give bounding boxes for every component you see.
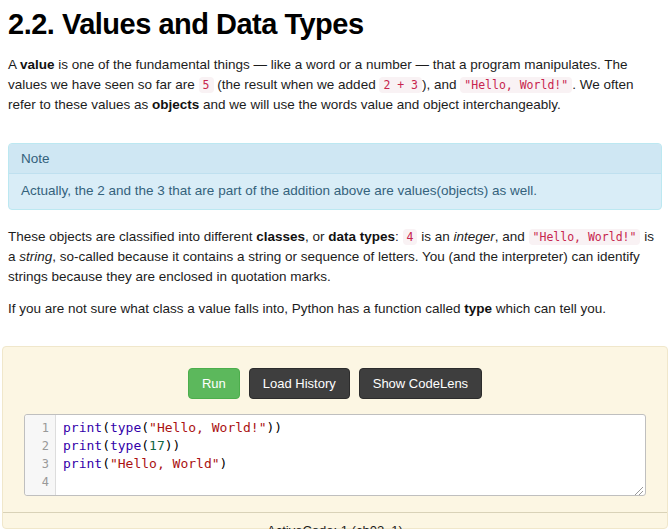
text: , so-called because it contains a string… bbox=[8, 249, 640, 284]
italic-text: integer bbox=[453, 229, 494, 244]
paragraph-classes: These objects are classified into differ… bbox=[8, 227, 662, 287]
text: , and bbox=[495, 229, 529, 244]
page-title: 2.2. Values and Data Types bbox=[8, 8, 662, 41]
code-text: "Hello, World!" bbox=[529, 229, 641, 245]
text: is an bbox=[417, 229, 453, 244]
code-text: "Hello, World!" bbox=[460, 77, 572, 93]
line-number: 4 bbox=[25, 473, 55, 491]
bold-text: objects bbox=[152, 97, 199, 112]
text: If you are not sure what class a value f… bbox=[8, 301, 464, 316]
activecode-caption: ActiveCode: 1 (ch02_1) bbox=[3, 512, 667, 529]
code-editor[interactable]: 1print(type("Hello, World!"))2print(type… bbox=[24, 414, 646, 496]
code-line[interactable]: 1print(type("Hello, World!")) bbox=[25, 419, 645, 437]
paragraph-intro: A value is one of the fundamental things… bbox=[8, 55, 662, 115]
line-number: 2 bbox=[25, 437, 55, 455]
text: , or bbox=[305, 229, 328, 244]
code-text: 2 + 3 bbox=[379, 77, 422, 93]
activecode-widget: Run Load History Show CodeLens 1print(ty… bbox=[2, 346, 668, 529]
text: which can tell you. bbox=[492, 301, 606, 316]
code-line[interactable]: 2print(type(17)) bbox=[25, 437, 645, 455]
text: (the result when we added bbox=[214, 77, 380, 92]
bold-text: data types bbox=[328, 229, 395, 244]
line-number: 1 bbox=[25, 419, 55, 437]
note-title: Note bbox=[9, 144, 661, 174]
code-text: print(type("Hello, World!")) bbox=[55, 419, 282, 437]
activecode-toolbar: Run Load History Show CodeLens bbox=[3, 368, 667, 399]
italic-text: string bbox=[19, 249, 52, 264]
bold-text: classes bbox=[256, 229, 305, 244]
text: : bbox=[395, 229, 403, 244]
show-codelens-button[interactable]: Show CodeLens bbox=[359, 368, 482, 399]
paragraph-type-function: If you are not sure what class a value f… bbox=[8, 299, 662, 319]
bold-text: type bbox=[464, 301, 492, 316]
code-text: print("Hello, World") bbox=[55, 455, 227, 473]
load-history-button[interactable]: Load History bbox=[249, 368, 350, 399]
line-number: 3 bbox=[25, 455, 55, 473]
page: 2.2. Values and Data Types A value is on… bbox=[0, 0, 670, 529]
code-text: 4 bbox=[403, 229, 418, 245]
code-line[interactable]: 4 bbox=[25, 473, 645, 491]
text: and we will use the words value and obje… bbox=[199, 97, 560, 112]
bold-text: value bbox=[20, 57, 55, 72]
code-text: 5 bbox=[199, 77, 214, 93]
text: A bbox=[8, 57, 20, 72]
run-button[interactable]: Run bbox=[188, 368, 240, 399]
code-line[interactable]: 3print("Hello, World") bbox=[25, 455, 645, 473]
code-text bbox=[55, 473, 63, 491]
note-admonition: Note Actually, the 2 and the 3 that are … bbox=[8, 143, 662, 210]
note-body: Actually, the 2 and the 3 that are part … bbox=[9, 174, 661, 209]
editor-resize-handle[interactable] bbox=[632, 482, 644, 494]
text: ), and bbox=[422, 77, 460, 92]
code-lines[interactable]: 1print(type("Hello, World!"))2print(type… bbox=[25, 415, 645, 495]
resize-grip-icon bbox=[632, 484, 644, 496]
code-text: print(type(17)) bbox=[55, 437, 180, 455]
text: These objects are classified into differ… bbox=[8, 229, 256, 244]
